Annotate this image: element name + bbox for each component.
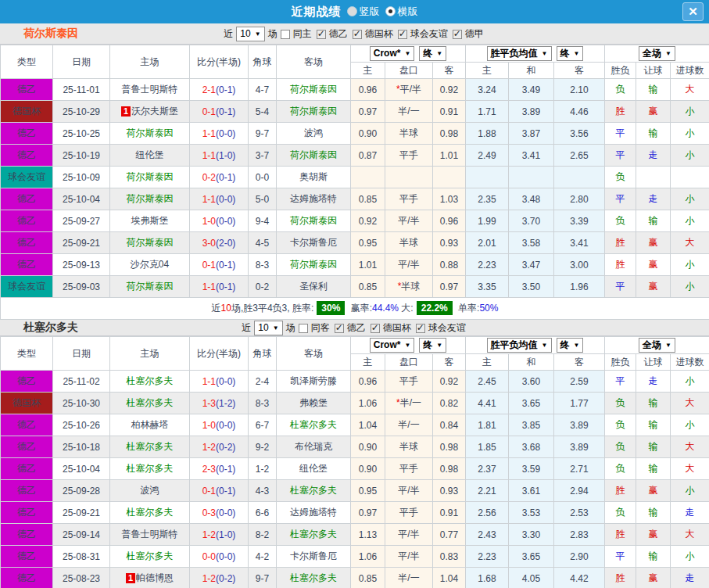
result-handicap: 赢	[636, 480, 671, 502]
avg-draw: 3.89	[509, 101, 554, 123]
avg-odds-dropdown-3[interactable]: 终▼	[557, 46, 584, 61]
match-row: 德乙25-10-04杜塞尔多夫2-3(0-1)1-2纽伦堡0.90平手0.982…	[1, 458, 709, 480]
scope-dropdown-4[interactable]: 全场▼	[639, 46, 675, 61]
full-time-score: 1-1	[202, 376, 216, 387]
same-venue-label: 同客	[311, 321, 330, 335]
odds-handicap: *平/半	[385, 79, 433, 101]
column-header-5: 客场	[277, 337, 351, 371]
league-type-badge: 德乙	[1, 254, 53, 276]
odds-away: 0.82	[433, 393, 466, 414]
half-time-score: (0-0)	[216, 376, 235, 387]
sub-column-header-8: 进球数	[671, 354, 709, 371]
odds-handicap: 平手	[385, 188, 433, 210]
result-handicap: 赢	[636, 276, 671, 298]
summary-part: 近	[212, 303, 221, 314]
sub-column-header-1: 盘口	[385, 354, 433, 371]
away-team: 卡尔斯鲁厄	[277, 232, 351, 254]
match-count-dropdown[interactable]: 10▼	[236, 27, 264, 41]
full-time-score: 1-1	[202, 281, 216, 292]
odds-home: 0.85	[351, 568, 385, 588]
match-score: 1-1(0-1)	[190, 276, 249, 298]
avg-odds-dropdown-2[interactable]: 胜平负均值▼	[487, 338, 552, 353]
match-count-dropdown[interactable]: 10▼	[254, 321, 282, 335]
checkbox-checked[interactable]	[453, 30, 462, 39]
home-team-name: 荷尔斯泰因	[127, 127, 174, 138]
dropdown-arrow-icon: ▼	[665, 50, 671, 57]
avg-draw: 3.68	[509, 436, 554, 458]
checkbox[interactable]	[299, 324, 308, 333]
checkbox-checked[interactable]	[353, 30, 362, 39]
home-team-name: 杜塞尔多夫	[127, 463, 174, 474]
result-outcome: 负	[605, 393, 636, 414]
home-team: 埃弗斯堡	[110, 210, 190, 232]
avg-odds-dropdown-2[interactable]: 胜平负均值▼	[487, 46, 552, 61]
checkbox-checked[interactable]	[371, 324, 380, 333]
layout-radio-vertical[interactable]: 竖版	[347, 5, 380, 19]
match-row: 德国杯25-10-30杜塞尔多夫1-3(1-2)8-3弗赖堡1.06*半/一0.…	[1, 393, 709, 414]
match-count-dropdown-value: 10	[258, 322, 268, 333]
odds-away: 0.77	[433, 524, 466, 546]
odds-away: 1.01	[433, 145, 466, 167]
league-type-badge: 德乙	[1, 568, 53, 588]
half-time-score: (1-0)	[216, 150, 235, 161]
away-team: 卡尔斯鲁厄	[277, 546, 351, 568]
dropdown-group-avg-odds: 胜平负均值▼终▼	[466, 45, 605, 63]
column-header-0: 类型	[1, 45, 53, 79]
match-score: 0-3(0-0)	[190, 502, 249, 524]
avg-home	[466, 167, 509, 188]
dropdown-arrow-icon: ▼	[404, 50, 410, 57]
odds-away: 0.91	[433, 502, 466, 524]
bookmaker-dropdown-0[interactable]: Crow*▼	[370, 338, 415, 353]
checkbox-checked[interactable]	[416, 324, 425, 333]
avg-home: 3.35	[466, 276, 509, 298]
away-team: 荷尔斯泰因	[277, 101, 351, 123]
close-icon: ✕	[688, 5, 698, 18]
match-score: 1-1(0-0)	[190, 123, 249, 145]
corner-score: 4-7	[249, 79, 277, 101]
match-score: 1-0(0-0)	[190, 414, 249, 436]
home-team-name: 杜塞尔多夫	[127, 375, 174, 386]
sub-column-header-6: 胜负	[605, 354, 636, 371]
full-time-score: 0-0	[202, 551, 216, 562]
dropdown-group-scope: 全场▼	[605, 45, 709, 63]
odds-home: 1.06	[351, 393, 385, 414]
summary-text: 近10场,胜3平4负3, 胜率:30% 赢率:44.4% 大:22.2% 单率:…	[1, 298, 709, 320]
avg-odds-dropdown-3[interactable]: 终▼	[557, 338, 584, 353]
away-team-name: 杜塞尔多夫	[290, 529, 337, 540]
bookmaker-dropdown-1[interactable]: 终▼	[419, 46, 446, 61]
home-team: 荷尔斯泰因	[110, 167, 190, 188]
odds-home: 0.96	[351, 79, 385, 101]
full-time-score: 0-1	[202, 260, 216, 271]
dropdown-group-bookmaker: Crow*▼终▼	[351, 337, 466, 354]
title-bar: 近期战绩 竖版横版 ✕	[0, 0, 709, 23]
avg-draw: 3.48	[509, 188, 554, 210]
match-row: 球会友谊25-09-03荷尔斯泰因1-1(0-1)0-2圣保利0.85*半球0.…	[1, 276, 709, 298]
column-header-0: 类型	[1, 337, 53, 371]
close-button[interactable]: ✕	[682, 2, 704, 21]
half-time-score: (0-0)	[216, 507, 235, 518]
odds-handicap: 半球	[385, 123, 433, 145]
bookmaker-dropdown-1[interactable]: 终▼	[419, 338, 446, 353]
avg-draw: 3.65	[509, 393, 554, 414]
checkbox[interactable]	[281, 30, 290, 39]
match-score: 0-0(0-0)	[190, 546, 249, 568]
league-type-badge: 德乙	[1, 79, 53, 101]
odds-away: 0.88	[433, 254, 466, 276]
scope-dropdown-4[interactable]: 全场▼	[639, 338, 675, 353]
home-team-name: 杜塞尔多夫	[127, 550, 174, 561]
checkbox-checked[interactable]	[335, 324, 344, 333]
match-score: 3-0(2-0)	[190, 232, 249, 254]
corner-score: 8-3	[249, 393, 277, 414]
checkbox-checked[interactable]	[398, 30, 407, 39]
checkbox-checked[interactable]	[317, 30, 326, 39]
summary-part-badge: 22.2%	[417, 301, 453, 315]
avg-draw: 3.70	[509, 210, 554, 232]
home-team-name: 沙尔克04	[131, 259, 169, 270]
bookmaker-dropdown-0[interactable]: Crow*▼	[370, 46, 415, 61]
corner-score: 4-5	[249, 232, 277, 254]
rank-badge: 1	[121, 106, 131, 117]
layout-radio-horizontal[interactable]: 横版	[385, 5, 418, 19]
half-time-score: (1-0)	[216, 529, 235, 540]
avg-draw: 4.05	[509, 568, 554, 588]
avg-home: 2.01	[466, 232, 509, 254]
